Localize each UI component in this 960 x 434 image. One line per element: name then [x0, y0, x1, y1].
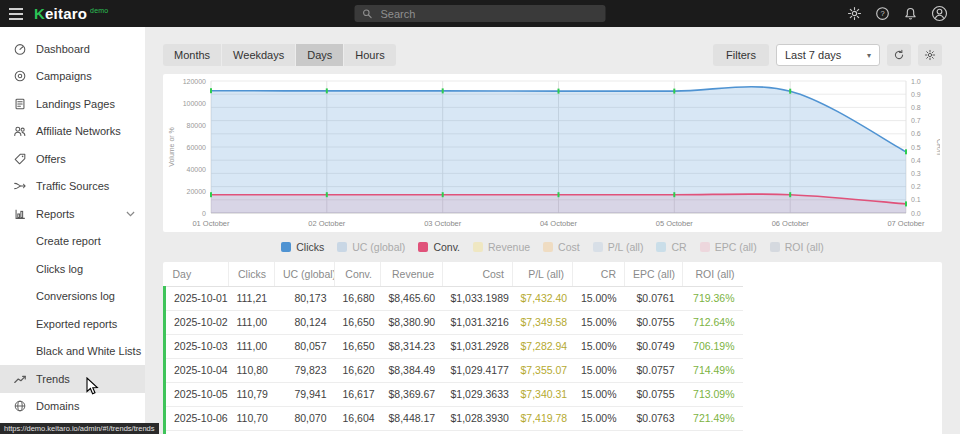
sidebar-item-label: Create report — [36, 235, 101, 247]
cell-epc: $0.0761 — [625, 286, 683, 310]
column-header-cost[interactable]: Cost — [443, 262, 513, 286]
refresh-button[interactable] — [887, 44, 911, 66]
topbar-actions: ? — [847, 5, 960, 22]
legend-roi-all[interactable]: ROI (all) — [770, 241, 824, 253]
logo-text: eitaro — [45, 5, 87, 22]
sidebar-item-clicks-log[interactable]: Clicks log — [0, 255, 145, 283]
cell-conv: 8,302 — [335, 430, 381, 434]
sidebar-item-landings-pages[interactable]: Landings Pages — [0, 90, 145, 118]
svg-text:07 October: 07 October — [887, 219, 925, 228]
sidebar-item-black-and-white-lists[interactable]: Black and White Lists — [0, 338, 145, 366]
legend-swatch — [473, 242, 483, 252]
date-range-select[interactable]: Last 7 days ▾ — [776, 44, 880, 66]
sidebar-item-campaigns[interactable]: Campaigns — [0, 63, 145, 91]
svg-text:0.7: 0.7 — [911, 117, 921, 124]
cell-uc: 80,173 — [275, 286, 335, 310]
menu-icon[interactable] — [0, 8, 32, 20]
gear-icon[interactable] — [847, 6, 862, 21]
sidebar-item-conversions-log[interactable]: Conversions log — [0, 283, 145, 311]
logo-k: K — [34, 5, 45, 22]
legend-conv[interactable]: Conv. — [418, 241, 460, 253]
legend-revenue[interactable]: Revenue — [473, 241, 530, 253]
table-row[interactable]: 2025-10-01111,2180,17316,680$8,465.60$1,… — [165, 286, 743, 310]
cell-cost: $1,029.3633 — [443, 382, 513, 406]
column-header-cr[interactable]: CR — [573, 262, 625, 286]
tab-hours[interactable]: Hours — [344, 44, 395, 66]
tab-days[interactable]: Days — [296, 44, 343, 66]
cell-conv: 16,617 — [335, 382, 381, 406]
sidebar-item-affiliate-networks[interactable]: Affiliate Networks — [0, 118, 145, 146]
legend-cr[interactable]: CR — [656, 241, 686, 253]
tab-weekdays[interactable]: Weekdays — [222, 44, 295, 66]
cell-clicks: 111,21 — [229, 286, 275, 310]
search-icon — [362, 8, 373, 19]
chevron-down-icon: ▾ — [867, 51, 871, 60]
sidebar: DashboardCampaignsLandings PagesAffiliat… — [0, 27, 145, 434]
chart-settings-button[interactable] — [918, 44, 942, 66]
column-header-conv[interactable]: Conv. — [335, 262, 381, 286]
period-tabs: MonthsWeekdaysDaysHours — [163, 44, 396, 66]
table-row[interactable]: 2025-10-04110,8079,82316,620$8,384.49$1,… — [165, 358, 743, 382]
legend-cost[interactable]: Cost — [543, 241, 580, 253]
cell-conv: 16,604 — [335, 406, 381, 430]
table-row[interactable]: 2025-10-0755,6540,0628,302$4,230.11$514.… — [165, 430, 743, 434]
sidebar-item-create-report[interactable]: Create report — [0, 228, 145, 256]
help-icon[interactable]: ? — [875, 6, 890, 21]
cell-uc: 79,823 — [275, 358, 335, 382]
table-row[interactable]: 2025-10-06110,7080,07016,604$8,448.17$1,… — [165, 406, 743, 430]
legend-swatch — [543, 242, 553, 252]
tab-months[interactable]: Months — [163, 44, 221, 66]
cell-pl: $7,419.78 — [513, 406, 573, 430]
cell-uc: 40,062 — [275, 430, 335, 434]
reports-icon — [13, 207, 27, 221]
column-header-roi-all[interactable]: ROI (all) — [683, 262, 743, 286]
sidebar-item-reports[interactable]: Reports — [0, 200, 145, 228]
table-row[interactable]: 2025-10-03111,0080,05716,650$8,314.23$1,… — [165, 334, 743, 358]
table-row[interactable]: 2025-10-02111,0080,12416,650$8,380.90$1,… — [165, 310, 743, 334]
cell-pl: $7,340.31 — [513, 382, 573, 406]
cell-uc: 80,057 — [275, 334, 335, 358]
trends-toolbar: MonthsWeekdaysDaysHours Filters Last 7 d… — [163, 44, 942, 66]
column-header-clicks[interactable]: Clicks — [229, 262, 275, 286]
sidebar-item-label: Campaigns — [36, 70, 92, 82]
cell-revenue: $8,380.90 — [381, 310, 443, 334]
avatar[interactable] — [931, 5, 948, 22]
legend-label: ROI (all) — [785, 241, 824, 253]
legend-epc-all[interactable]: EPC (all) — [700, 241, 757, 253]
column-header-revenue[interactable]: Revenue — [381, 262, 443, 286]
app-logo[interactable]: Keitarodemo — [34, 5, 108, 22]
sidebar-item-domains[interactable]: Domains — [0, 393, 145, 421]
traffic-icon — [13, 179, 27, 193]
search-bar[interactable] — [355, 5, 606, 22]
legend-clicks[interactable]: Clicks — [281, 241, 324, 253]
bell-icon[interactable] — [903, 6, 918, 21]
svg-text:02 October: 02 October — [308, 219, 346, 228]
cell-cost: $1,031.3216 — [443, 310, 513, 334]
legend-p-l-all[interactable]: P/L (all) — [593, 241, 644, 253]
main-content: MonthsWeekdaysDaysHours Filters Last 7 d… — [145, 27, 960, 434]
sidebar-item-label: Trends — [36, 373, 70, 385]
sidebar-item-dashboard[interactable]: Dashboard — [0, 35, 145, 63]
column-header-epc-all[interactable]: EPC (all) — [625, 262, 683, 286]
sidebar-item-traffic-sources[interactable]: Traffic Sources — [0, 173, 145, 201]
legend-swatch — [337, 242, 347, 252]
sidebar-item-exported-reports[interactable]: Exported reports — [0, 310, 145, 338]
sidebar-item-trends[interactable]: Trends — [0, 365, 145, 393]
column-header-p-l-all[interactable]: P/L (all) — [513, 262, 573, 286]
cell-roi: 706.19% — [683, 334, 743, 358]
legend-uc-global[interactable]: UC (global) — [337, 241, 405, 253]
sidebar-item-label: Dashboard — [36, 43, 90, 55]
column-header-uc-global[interactable]: UC (global) — [275, 262, 335, 286]
filters-button[interactable]: Filters — [713, 44, 769, 66]
sidebar-item-label: Reports — [36, 208, 75, 220]
sidebar-item-offers[interactable]: Offers — [0, 145, 145, 173]
svg-text:0.2: 0.2 — [911, 183, 921, 190]
svg-text:Volume or %: Volume or % — [168, 127, 175, 167]
search-input[interactable] — [379, 7, 599, 21]
logo-demo-badge: demo — [90, 7, 108, 14]
topbar: Keitarodemo ? — [0, 0, 960, 27]
column-header-day[interactable]: Day — [165, 262, 229, 286]
table-row[interactable]: 2025-10-05110,7979,94116,617$8,369.67$1,… — [165, 382, 743, 406]
svg-text:03 October: 03 October — [424, 219, 462, 228]
trends-icon — [13, 372, 27, 386]
